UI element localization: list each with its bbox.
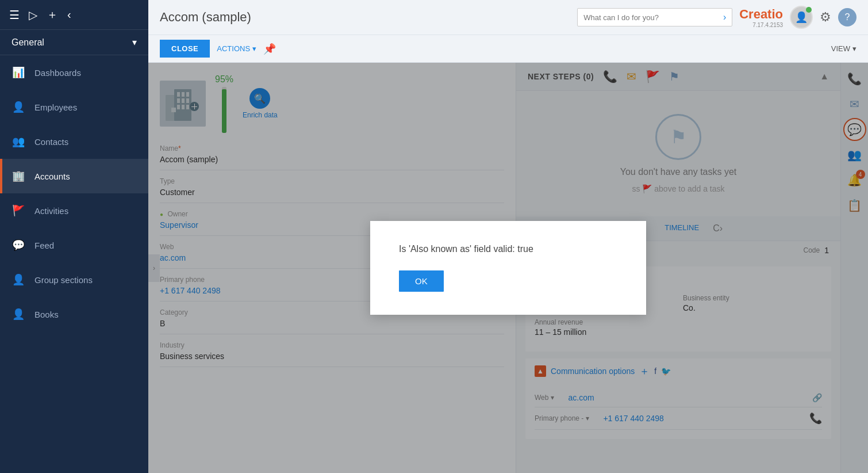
page-title: Accom (sample) [160, 10, 251, 25]
chevron-down-icon: ▾ [132, 37, 137, 48]
activities-icon: 🚩 [11, 204, 25, 218]
modal-ok-button[interactable]: OK [399, 270, 444, 292]
actionbar: CLOSE ACTIONS ▾ 📌 VIEW ▾ [148, 35, 868, 63]
chevron-down-icon: ▾ [852, 44, 857, 53]
sidebar-item-group-sections[interactable]: 👤 Group sections [0, 262, 148, 297]
sidebar-item-label: Employees [34, 102, 77, 112]
sidebar-item-contacts[interactable]: 👥 Contacts [0, 124, 148, 159]
topbar: Accom (sample) › Creatio 7.17.4.2153 👤 ⚙… [148, 0, 868, 35]
sidebar-item-dashboards[interactable]: 📊 Dashboards [0, 55, 148, 90]
sidebar-item-activities[interactable]: 🚩 Activities [0, 193, 148, 228]
gear-icon[interactable]: ⚙ [820, 10, 831, 25]
dashboards-icon: 📊 [11, 66, 25, 79]
user-avatar[interactable]: 👤 [790, 6, 813, 29]
modal-overlay: Is 'Also known as' field valid: true OK [148, 63, 868, 473]
sidebar-item-employees[interactable]: 👤 Employees [0, 90, 148, 124]
content-area: › [148, 63, 868, 473]
modal-message: Is 'Also known as' field valid: true [399, 244, 533, 254]
modal-dialog: Is 'Also known as' field valid: true OK [370, 221, 646, 315]
sidebar-item-books[interactable]: 👤 Books [0, 297, 148, 331]
feed-icon: 💬 [11, 238, 25, 252]
actions-button[interactable]: ACTIONS ▾ [217, 44, 256, 53]
view-button[interactable]: VIEW ▾ [831, 44, 857, 53]
sidebar-item-label: Books [34, 310, 59, 319]
sidebar-item-label: Accounts [34, 171, 70, 181]
sidebar-item-label: Dashboards [34, 68, 81, 78]
pin-icon[interactable]: 📌 [263, 43, 276, 55]
search-arrow-icon: › [723, 12, 726, 22]
employees-icon: 👤 [11, 100, 25, 114]
creatio-version: 7.17.4.2153 [752, 22, 783, 28]
sidebar-item-feed[interactable]: 💬 Feed [0, 228, 148, 262]
accounts-icon: 🏢 [11, 169, 25, 183]
main-content: Accom (sample) › Creatio 7.17.4.2153 👤 ⚙… [148, 0, 868, 473]
play-icon[interactable]: ▷ [29, 8, 37, 22]
search-input[interactable] [583, 13, 719, 22]
group-sections-icon: 👤 [11, 273, 25, 287]
sidebar-header: ☰ ▷ ＋ ‹ [0, 0, 148, 30]
books-icon: 👤 [11, 307, 25, 321]
sidebar-nav: 📊 Dashboards 👤 Employees 👥 Contacts 🏢 Ac… [0, 55, 148, 473]
creatio-logo: Creatio [739, 7, 783, 22]
search-box[interactable]: › [577, 8, 732, 26]
sidebar-item-accounts[interactable]: 🏢 Accounts [0, 159, 148, 193]
topbar-right: › Creatio 7.17.4.2153 👤 ⚙ ? [577, 6, 857, 29]
logo-area: Creatio 7.17.4.2153 [739, 7, 783, 28]
user-avatar-container: 👤 [790, 6, 813, 29]
sidebar-item-label: Contacts [34, 137, 68, 147]
sidebar-item-label: Feed [34, 241, 54, 250]
chevron-down-icon: ▾ [252, 44, 256, 53]
close-button[interactable]: CLOSE [160, 40, 210, 58]
sidebar: ☰ ▷ ＋ ‹ General ▾ 📊 Dashboards 👤 Employe… [0, 0, 148, 473]
sidebar-item-label: Group sections [34, 275, 93, 285]
contacts-icon: 👥 [11, 135, 25, 148]
sidebar-item-label: Activities [34, 206, 68, 216]
back-icon[interactable]: ‹ [67, 8, 71, 21]
menu-icon[interactable]: ☰ [9, 8, 20, 22]
online-status-dot [806, 7, 812, 13]
plus-icon[interactable]: ＋ [47, 7, 58, 22]
help-icon[interactable]: ? [838, 8, 857, 26]
general-label: General [11, 37, 44, 48]
sidebar-general[interactable]: General ▾ [0, 30, 148, 55]
